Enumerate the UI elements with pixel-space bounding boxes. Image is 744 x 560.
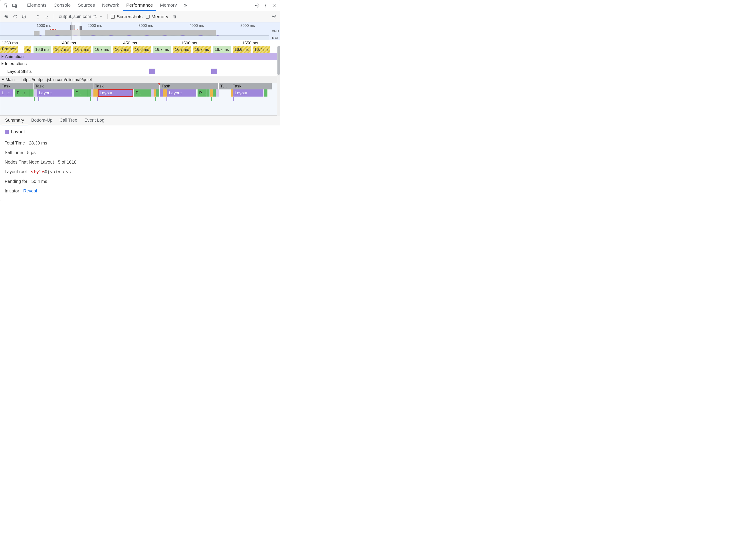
frame-block[interactable]: 16.7 ms [73, 46, 91, 53]
download-profile-icon[interactable] [43, 13, 50, 21]
disclosure-triangle-icon [2, 62, 4, 65]
flame-block[interactable] [30, 89, 34, 97]
frames-track[interactable]: Frames ns16.6 ms16.7 ms16.7 ms16.7 ms16.… [0, 46, 280, 53]
flame-block[interactable] [156, 89, 159, 97]
tab-elements[interactable]: Elements [24, 0, 50, 11]
summary-value: 28.30 ms [29, 141, 47, 146]
memory-checkbox[interactable]: Memory [146, 14, 168, 19]
inspect-element-icon[interactable] [2, 2, 10, 9]
frame-block[interactable]: ns [24, 46, 32, 53]
record-button[interactable] [2, 13, 10, 21]
flame-block[interactable] [148, 89, 151, 97]
summary-key: Self Time [5, 150, 23, 155]
layout-shift-block[interactable] [149, 69, 155, 74]
flame-block[interactable]: P… [74, 89, 88, 97]
flame-block[interactable]: Layout [168, 89, 196, 97]
frame-block[interactable]: 16.7 ms [192, 46, 211, 53]
frame-block[interactable]: 16.7 ms [53, 46, 71, 53]
settings-gear-icon[interactable] [254, 2, 261, 9]
flame-block[interactable]: Layout [233, 89, 263, 97]
flame-sliver[interactable] [233, 97, 234, 101]
flame-sliver[interactable] [155, 97, 156, 101]
timeline-overview[interactable]: 1000 ms2000 ms3000 ms4000 ms5000 ms CPU … [0, 23, 280, 40]
details-tab-call-tree[interactable]: Call Tree [56, 116, 81, 125]
flame-block[interactable] [213, 89, 216, 97]
svg-point-5 [265, 5, 266, 6]
flame-block[interactable] [163, 89, 167, 97]
main-thread-url: https://output.jsbin.com/elisum/9/quiet [21, 77, 92, 82]
details-tab-summary[interactable]: Summary [2, 116, 28, 125]
layout-shift-block[interactable] [211, 69, 217, 74]
vertical-scrollbar[interactable] [277, 46, 280, 116]
flame-block[interactable]: P… [197, 89, 207, 97]
flame-block[interactable]: L…t [0, 89, 13, 97]
flame-block[interactable]: Layout [37, 89, 72, 97]
frame-block[interactable]: 16.7 ms [92, 46, 111, 53]
flame-block[interactable] [94, 89, 98, 97]
flame-sliver[interactable] [90, 97, 91, 101]
frame-block[interactable]: 16.7 ms [152, 46, 171, 53]
animation-track-header[interactable]: Animation [0, 53, 280, 60]
frame-block[interactable]: 16.7 ms [173, 46, 191, 53]
overview-tick-label: 3000 ms [139, 24, 153, 28]
ruler-tick-label: 1550 ms [242, 41, 258, 45]
flame-task[interactable]: Task [231, 83, 272, 89]
flame-block[interactable] [207, 89, 210, 97]
tab-memory[interactable]: Memory [157, 0, 180, 11]
layout-shifts-track[interactable]: Layout Shifts [0, 67, 280, 76]
flame-block[interactable] [88, 89, 91, 97]
frame-block[interactable]: 16.7 ms [252, 46, 271, 53]
capture-settings-gear-icon[interactable] [270, 13, 278, 21]
flame-block[interactable] [34, 89, 37, 97]
flame-block[interactable]: P… [134, 89, 148, 97]
flame-sliver[interactable] [97, 97, 98, 101]
summary-row: InitiatorReveal [5, 186, 276, 196]
details-tab-bottom-up[interactable]: Bottom-Up [28, 116, 56, 125]
flame-sliver[interactable] [34, 97, 35, 101]
close-devtools-icon[interactable] [270, 2, 278, 9]
screenshots-checkbox[interactable]: Screenshots [111, 14, 143, 19]
flame-block[interactable]: P…t [15, 89, 30, 97]
upload-profile-icon[interactable] [34, 13, 42, 21]
flame-sliver[interactable] [166, 97, 168, 101]
reveal-link[interactable]: Reveal [23, 188, 37, 193]
flame-chart[interactable]: TaskTaskTaskTaskT…Task L…tP…tLayoutP…Lay… [0, 83, 280, 116]
flame-block[interactable] [216, 89, 219, 97]
overview-network-lane [0, 36, 269, 40]
details-tab-event-log[interactable]: Event Log [81, 116, 108, 125]
tab-performance[interactable]: Performance [123, 0, 156, 11]
interactions-track-header[interactable]: Interactions [0, 60, 280, 67]
flame-task[interactable]: Task [160, 83, 219, 89]
device-toolbar-icon[interactable] [11, 2, 18, 9]
tab-network[interactable]: Network [99, 0, 122, 11]
frame-block[interactable]: 16.7 ms [113, 46, 132, 53]
clear-button[interactable] [20, 13, 28, 21]
tab-console[interactable]: Console [50, 0, 74, 11]
tab-sources[interactable]: Sources [75, 0, 98, 11]
flame-task[interactable]: Task [0, 83, 34, 89]
more-tabs-button[interactable]: » [181, 0, 190, 11]
flame-task[interactable]: Task [94, 83, 159, 89]
summary-key: Layout root [5, 169, 27, 175]
recording-selector[interactable]: output.jsbin.com #1 [57, 14, 104, 19]
frame-block[interactable]: 16.7 ms [213, 46, 231, 53]
svg-rect-1 [13, 4, 16, 6]
frame-block[interactable]: 16.6 ms [33, 46, 52, 53]
trash-icon[interactable] [171, 13, 179, 21]
flame-block[interactable]: Layout [98, 89, 133, 97]
main-thread-header[interactable]: Main — https://output.jsbin.com/elisum/9… [0, 76, 280, 83]
flame-block[interactable] [264, 89, 268, 97]
frame-block[interactable]: 16.6 ms [133, 46, 151, 53]
reload-record-button[interactable] [11, 13, 19, 21]
checkbox-icon [146, 15, 150, 18]
svg-point-3 [257, 5, 258, 6]
flame-sliver[interactable] [38, 97, 39, 101]
frame-block[interactable]: 16.6 ms [232, 46, 251, 53]
overview-selection[interactable] [71, 23, 80, 40]
interactions-track-label: Interactions [5, 61, 27, 66]
kebab-menu-icon[interactable] [262, 2, 269, 9]
flame-sliver[interactable] [211, 97, 212, 101]
flame-task[interactable]: Task [34, 83, 94, 89]
flame-task[interactable]: T… [219, 83, 231, 89]
scrollbar-thumb[interactable] [277, 46, 280, 75]
